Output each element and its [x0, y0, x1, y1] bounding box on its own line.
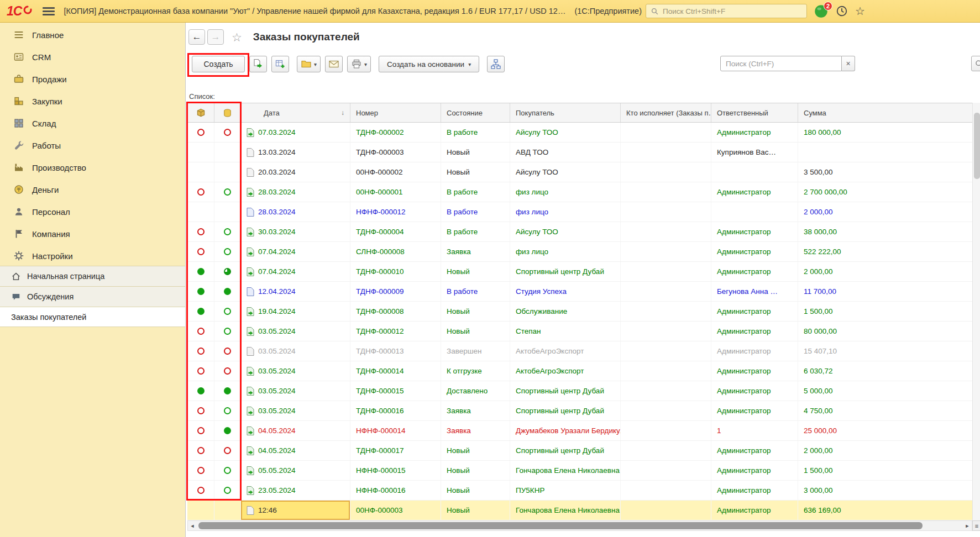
- sidebar: Главное CRM Продажи Закупки Склад Работы…: [0, 23, 186, 537]
- table-row[interactable]: 19.04.2024 ТДНФ-000008 Новый Обслуживани…: [187, 302, 972, 322]
- executor-cell: [621, 123, 711, 142]
- create-based-on-button[interactable]: Создать на основании ▾: [379, 56, 479, 72]
- sidebar-item-money[interactable]: Деньги: [0, 178, 185, 201]
- sidebar-item-home-page[interactable]: Начальная страница: [0, 266, 185, 286]
- number-cell: ТДНФ-000015: [350, 381, 441, 401]
- history-icon[interactable]: [836, 5, 848, 17]
- column-header-date[interactable]: Дата ↓: [241, 103, 350, 122]
- customer-cell: ПУ5КНР: [510, 481, 621, 500]
- sidebar-item-warehouse[interactable]: Склад: [0, 112, 185, 134]
- sidebar-item-purchases[interactable]: Закупки: [0, 90, 185, 112]
- table-row[interactable]: 03.05.2024 ТДНФ-000014 К отгрузке Актобе…: [187, 361, 972, 381]
- print-button[interactable]: ▾: [347, 56, 371, 72]
- horizontal-scrollbar-thumb[interactable]: [198, 522, 923, 529]
- table-row[interactable]: 13.03.2024 ТДНФ-000003 Новый АВД ТОО Куп…: [187, 143, 972, 162]
- number-cell: ТДНФ-000004: [350, 222, 441, 241]
- sum-cell: 522 222,00: [798, 242, 972, 261]
- back-button[interactable]: ←: [188, 29, 205, 45]
- customer-cell: Студия Успеха: [510, 282, 621, 301]
- number-cell: НФНФ-000014: [350, 421, 441, 440]
- sum-cell: 11 700,00: [798, 282, 972, 301]
- create-group-icon: [275, 59, 286, 70]
- column-header-customer[interactable]: Покупатель: [510, 103, 621, 122]
- payment-status-cell: [214, 401, 241, 420]
- payment-status-cell: [214, 162, 241, 182]
- global-search-field[interactable]: Поиск Ctrl+Shift+F: [646, 4, 807, 18]
- table-row[interactable]: 12:46 00НФ-000003 Новый Гончарова Елена …: [187, 501, 972, 520]
- email-button[interactable]: [325, 56, 343, 72]
- table-row[interactable]: 07.04.2024 СЛНФ-000008 Заявка физ лицо А…: [187, 242, 972, 262]
- forward-button[interactable]: →: [207, 29, 224, 45]
- folder-icon: [301, 59, 312, 70]
- horizontal-scrollbar[interactable]: ◄ ►: [187, 520, 972, 531]
- table-row[interactable]: 03.05.2024 ТДНФ-000016 Заявка Спортивный…: [187, 401, 972, 421]
- column-header-shipment[interactable]: [187, 103, 214, 122]
- sidebar-item-main[interactable]: Главное: [0, 24, 185, 46]
- payment-status-cell: [214, 501, 241, 520]
- table-row[interactable]: 03.05.2024 ТДНФ-000012 Новый Степан Адми…: [187, 322, 972, 341]
- create-button[interactable]: Создать: [192, 56, 245, 72]
- customer-cell: АктобеАгроЭкспорт: [510, 341, 621, 361]
- table-row[interactable]: 28.03.2024 НФНФ-000012 В работе физ лицо…: [187, 202, 972, 222]
- vertical-scrollbar-thumb[interactable]: [974, 113, 980, 179]
- column-header-responsible[interactable]: Ответственный: [711, 103, 798, 122]
- column-header-payment[interactable]: [214, 103, 241, 122]
- copy-button[interactable]: [249, 56, 267, 72]
- subordination-structure-button[interactable]: [487, 56, 505, 72]
- sidebar-item-settings[interactable]: Настройки: [0, 245, 185, 267]
- discussions-notifications-icon[interactable]: 2: [814, 4, 829, 19]
- sidebar-item-sales[interactable]: Продажи: [0, 68, 185, 90]
- sum-cell: 2 000,00: [798, 441, 972, 460]
- vertical-scrollbar[interactable]: [972, 103, 980, 520]
- date-cell: 03.05.2024: [241, 341, 350, 361]
- number-cell: СЛНФ-000008: [350, 242, 441, 261]
- add-to-favorites-icon[interactable]: ☆: [232, 31, 242, 43]
- table-row[interactable]: 03.05.2024 ТДНФ-000015 Доставлено Спорти…: [187, 381, 972, 401]
- sidebar-item-company[interactable]: Компания: [0, 223, 185, 245]
- column-header-executor[interactable]: Кто исполняет (Заказы п…: [621, 103, 711, 122]
- advanced-find-button[interactable]: [971, 56, 980, 71]
- date-cell: 07.04.2024: [241, 242, 350, 261]
- favorites-star-icon[interactable]: ☆: [855, 6, 865, 17]
- table-row[interactable]: 04.05.2024 ТДНФ-000017 Новый Спортивный …: [187, 441, 972, 461]
- responsible-cell: Администратор: [711, 341, 798, 361]
- table-row[interactable]: 05.05.2024 НФНФ-000015 Новый Гончарова Е…: [187, 461, 972, 481]
- clear-search-button[interactable]: ×: [842, 56, 855, 71]
- list-search-input[interactable]: [720, 56, 842, 71]
- sidebar-item-production[interactable]: Производство: [0, 156, 185, 178]
- sidebar-item-works[interactable]: Работы: [0, 134, 185, 156]
- search-icon: [974, 59, 980, 69]
- table-row[interactable]: 07.04.2024 ТДНФ-000010 Новый Спортивный …: [187, 262, 972, 282]
- table-row[interactable]: 03.05.2024 ТДНФ-000013 Завершен АктобеАг…: [187, 341, 972, 361]
- shipment-status-icon: [197, 467, 205, 474]
- create-group-button[interactable]: [271, 56, 289, 72]
- customer-cell: АВД ТОО: [510, 143, 621, 162]
- table-row[interactable]: 23.05.2024 НФНФ-000016 Новый ПУ5КНР Адми…: [187, 481, 972, 501]
- table-row[interactable]: 30.03.2024 ТДНФ-000004 В работе Айсулу Т…: [187, 222, 972, 242]
- table-row[interactable]: 28.03.2024 00НФ-000001 В работе физ лицо…: [187, 182, 972, 202]
- sidebar-open-window-customer-orders[interactable]: Заказы покупателей: [0, 307, 185, 327]
- payment-status-cell: [214, 441, 241, 460]
- scrollbar-corner-button[interactable]: ≡: [972, 520, 980, 531]
- scroll-left-icon[interactable]: ◄: [188, 523, 197, 529]
- column-header-number[interactable]: Номер: [350, 103, 441, 122]
- table-row[interactable]: 07.03.2024 ТДНФ-000002 В работе Айсулу Т…: [187, 123, 972, 143]
- table-row[interactable]: 20.03.2024 00НФ-000002 Новый Айсулу ТОО …: [187, 162, 972, 182]
- production-icon: [13, 162, 24, 173]
- sidebar-item-personnel[interactable]: Персонал: [0, 201, 185, 223]
- number-cell: ТДНФ-000016: [350, 401, 441, 420]
- sum-cell: 180 000,00: [798, 123, 972, 142]
- sidebar-item-discussions[interactable]: Обсуждения: [0, 286, 185, 307]
- payment-status-icon: [224, 308, 231, 315]
- table-row[interactable]: 12.04.2024 ТДНФ-000009 В работе Студия У…: [187, 282, 972, 302]
- attachments-button[interactable]: ▾: [297, 56, 321, 72]
- executor-cell: [621, 222, 711, 241]
- column-header-sum[interactable]: Сумма: [798, 103, 972, 122]
- window-title: [КОПИЯ] Демонстрационная база компании "…: [64, 7, 646, 15]
- sidebar-item-crm[interactable]: CRM: [0, 46, 185, 68]
- document-icon: [247, 228, 254, 236]
- scroll-right-icon[interactable]: ►: [963, 523, 972, 529]
- main-menu-icon[interactable]: [43, 7, 55, 15]
- column-header-state[interactable]: Состояние: [441, 103, 510, 122]
- table-row[interactable]: 04.05.2024 НФНФ-000014 Заявка Джумабеков…: [187, 421, 972, 441]
